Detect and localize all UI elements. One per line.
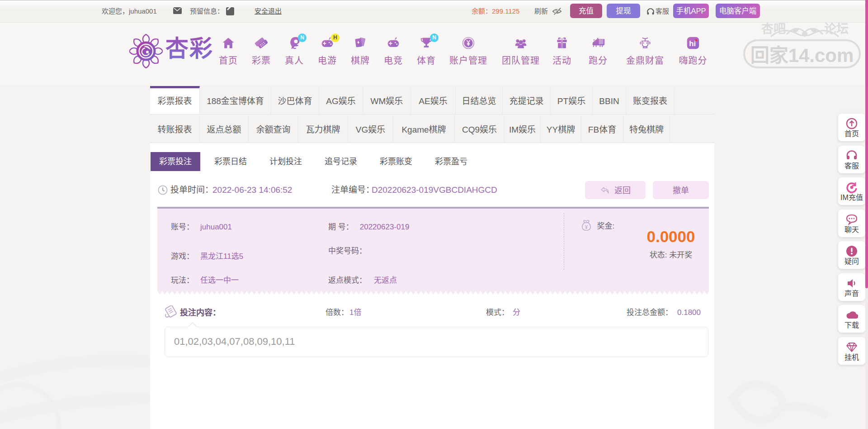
svg-text:杏彩: 杏彩 [165,36,213,62]
svg-text:hi: hi [689,39,696,48]
